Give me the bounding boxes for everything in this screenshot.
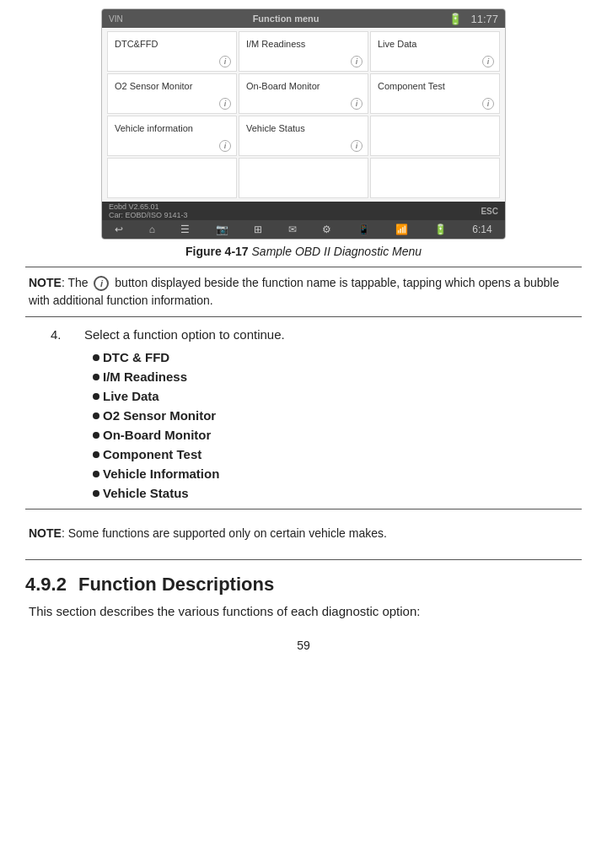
bullet-dot-component [93,451,99,458]
nav-message-icon[interactable]: ✉ [288,224,297,235]
eobd-version: Eobd V2.65.01 [109,202,188,211]
menu-cell-onboard[interactable]: On-Board Monitor i [239,73,368,114]
menu-cell-vehicle-info[interactable]: Vehicle information i [107,116,237,156]
bullet-dot-im [93,374,99,380]
device-screenshot: VIN Function menu 🔋 11:77 DTC&FFD i I/M … [101,8,506,240]
bullet-label-dtc: DTC & FFD [103,350,169,364]
vehicle-info-icon[interactable]: i [219,140,231,152]
dtc-info-icon[interactable]: i [219,56,231,67]
eobd-label: Eobd V2.65.01 Car: EOBD/ISO 9141-3 [109,202,188,219]
onboard-info-icon[interactable]: i [351,98,363,110]
vehicle-status-label: Vehicle Status [246,123,361,133]
bullet-label-vehicle-status: Vehicle Status [103,486,189,500]
component-label: Component Test [378,81,492,91]
note-box-1: NOTE: The i button displayed beside the … [25,267,582,317]
note2-text: Some functions are supported only on cer… [68,526,387,540]
esc-button[interactable]: ESC [481,207,498,216]
step-number: 4. [51,327,71,342]
vin-label: VIN [109,14,123,24]
bullet-dot-onboard [93,432,99,439]
bullet-item-o2: O2 Sensor Monitor [93,408,582,423]
eobd-car: Car: EOBD/ISO 9141-3 [109,211,188,219]
figure-number: Figure 4-17 [185,245,249,258]
device-bottom-bar: Eobd V2.65.01 Car: EOBD/ISO 9141-3 ESC [102,202,505,220]
nav-wifi-icon: 📶 [395,224,408,235]
bullet-label-live: Live Data [103,389,159,403]
bullet-item-component: Component Test [93,447,582,461]
nav-settings-icon[interactable]: ⚙ [322,224,331,235]
battery-icon: 🔋 [449,13,462,25]
section-heading: 4.9.2 Function Descriptions [25,574,582,596]
menu-cell-empty3 [239,158,368,198]
function-menu-label: Function menu [253,13,320,24]
figure-title: Sample OBD II Diagnostic Menu [252,245,422,258]
figure-caption: Figure 4-17 Sample OBD II Diagnostic Men… [25,245,582,258]
bullet-dot-vehicle-status [93,490,99,497]
menu-cell-dtc[interactable]: DTC&FFD i [107,31,237,72]
section-title: Function Descriptions [78,574,274,596]
bullet-item-vehicle-status: Vehicle Status [93,486,582,500]
info-circle-icon: i [94,276,109,291]
im-info-icon[interactable]: i [351,56,363,67]
time-label: 11:77 [470,13,498,25]
note2-colon: : [62,526,68,540]
step-line: 4. Select a function option to continue. [51,327,582,342]
nav-camera-icon[interactable]: 📷 [216,224,228,235]
bullet-label-component: Component Test [103,447,201,461]
onboard-label: On-Board Monitor [246,81,361,91]
bullet-item-dtc: DTC & FFD [93,350,582,364]
bullet-dot-dtc [93,354,99,361]
bullet-dot-live [93,393,99,400]
section-number: 4.9.2 [25,574,67,596]
bullet-label-vehicle-info: Vehicle Information [103,466,219,481]
live-info-icon[interactable]: i [482,56,494,67]
o2-label: O2 Sensor Monitor [115,81,229,91]
nav-home-icon[interactable]: ⌂ [149,224,155,235]
divider-2 [25,559,582,560]
menu-cell-component[interactable]: Component Test i [370,73,500,114]
function-menu-grid: DTC&FFD i I/M Readiness i Live Data i O2… [102,28,505,202]
step-4-section: 4. Select a function option to continue. [51,327,582,342]
live-label: Live Data [378,39,492,49]
top-icons: 🔋 11:77 [449,13,498,25]
menu-grid: DTC&FFD i I/M Readiness i Live Data i O2… [107,31,500,198]
bullet-item-onboard: On-Board Monitor [93,428,582,442]
nav-phone-icon[interactable]: 📱 [357,224,370,235]
bullet-dot-o2 [93,412,99,419]
menu-cell-live[interactable]: Live Data i [370,31,500,72]
im-label: I/M Readiness [246,39,361,49]
bullet-list: DTC & FFD I/M Readiness Live Data O2 Sen… [93,350,582,500]
bullet-item-vehicle-info: Vehicle Information [93,466,582,481]
menu-cell-o2[interactable]: O2 Sensor Monitor i [107,73,237,114]
component-info-icon[interactable]: i [482,98,494,110]
nav-grid-icon[interactable]: ⊞ [254,224,262,235]
nav-back-icon[interactable]: ↩ [115,224,123,235]
nav-time: 6:14 [472,224,492,235]
menu-cell-empty2 [107,158,237,198]
menu-cell-empty [370,116,500,156]
nav-menu-icon[interactable]: ☰ [180,224,190,235]
note-box-2: NOTE: Some functions are supported only … [25,518,582,549]
divider-1 [25,509,582,509]
bullet-dot-vehicle-info [93,471,99,477]
dtc-label: DTC&FFD [115,39,229,49]
o2-info-icon[interactable]: i [219,98,231,110]
menu-cell-im[interactable]: I/M Readiness i [239,31,368,72]
bullet-label-im: I/M Readiness [103,369,187,384]
bullet-label-o2: O2 Sensor Monitor [103,408,216,423]
vehicle-info-label: Vehicle information [115,123,229,133]
section-body: This section describes the various funct… [29,602,582,622]
bullet-item-im: I/M Readiness [93,369,582,384]
menu-cell-vehicle-status[interactable]: Vehicle Status i [239,116,368,156]
note2-label: NOTE [29,526,62,540]
bullet-item-live: Live Data [93,389,582,403]
device-top-bar: VIN Function menu 🔋 11:77 [102,9,505,28]
note1-label: NOTE [29,276,62,289]
device-nav-bar: ↩ ⌂ ☰ 📷 ⊞ ✉ ⚙ 📱 📶 🔋 6:14 [102,220,505,239]
step-text: Select a function option to continue. [84,327,582,342]
menu-cell-empty4 [370,158,500,198]
vehicle-status-info-icon[interactable]: i [351,140,363,152]
bullet-label-onboard: On-Board Monitor [103,428,211,442]
page-number: 59 [25,639,582,652]
nav-battery-icon: 🔋 [434,224,447,235]
